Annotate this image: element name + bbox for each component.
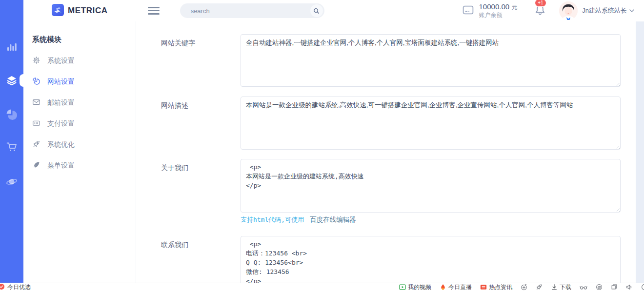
contact-us-textarea[interactable]: <p> 电话：123456 <br> Q Q: 123456<br> 微信: 1… [241,236,621,283]
sidebar-item-mail-settings[interactable]: 邮箱设置 [23,92,136,113]
chevron-down-icon[interactable] [629,9,634,12]
taskbar-window-restore[interactable] [611,284,618,291]
taskbar-download[interactable]: 下载 [551,283,571,291]
taskbar-compat-mode[interactable] [596,284,603,291]
keywords-textarea[interactable]: 全自动建站神器,一键搭建企业官网,个人博客,个人官网,宝塔面板建站系统,一键搭建… [241,34,621,87]
browser-e-icon [596,284,603,291]
taskbar-accelerator[interactable] [521,284,527,291]
rocket-icon [32,140,40,150]
baidu-editor-link[interactable]: 百度在线编辑器 [310,216,356,223]
gear-icon [32,56,40,66]
balance-amount: 10000.00 [479,2,510,11]
taskbar-my-videos[interactable]: 我的视频 [399,283,431,291]
sidebar-item-label: 支付设置 [47,119,75,128]
envelope-icon [32,98,40,108]
taskbar-hot-news[interactable]: 热点资讯 [480,283,512,291]
icon-rail [0,0,23,283]
taskbar-item-label: 下载 [560,283,571,291]
html-hint: 支持html代码,可使用百度在线编辑器 [241,215,621,224]
taskbar-live-today[interactable]: 今日直播 [440,283,472,291]
sidebar-item-label: 系统设置 [47,57,75,65]
download-arrow-icon [551,284,558,291]
field-label: 联系我们 [136,236,241,283]
hamburger-menu-icon[interactable] [148,5,160,17]
brand-name: METRICA [68,6,108,16]
main-content: 网站关键字 全自动建站神器,一键搭建企业官网,个人博客,个人官网,宝塔面板建站系… [136,21,644,283]
website-settings-form: 网站关键字 全自动建站神器,一键搭建企业官网,个人博客,个人官网,宝塔面板建站系… [136,21,644,283]
quill-icon [32,161,40,171]
notification-badge: +1 [535,0,546,7]
browser-taskbar: 今日优选 我的视频 今日直播 热点资讯 [0,283,644,291]
layers-icon[interactable] [6,75,18,86]
bar-chart-icon[interactable] [6,40,18,52]
description-textarea[interactable]: 本网站是一款企业级的建站系统,高效快速,可一键搭建企业官网,企业博客,企业宣传网… [241,97,621,150]
balance-label: 账户余额 [479,12,518,19]
about-us-textarea[interactable]: <p> 本网站是一款企业级的建站系统,高效快速 </p> [241,159,621,213]
flame-icon [440,284,446,291]
field-label: 网站关键字 [136,34,241,87]
pie-chart-icon[interactable] [6,109,18,120]
speaker-icon [626,284,633,291]
taskbar-boost[interactable] [536,284,543,291]
pie-chart-icon [32,77,40,87]
sidebar-item-system-settings[interactable]: 系统设置 [23,50,136,71]
shopping-cart-icon[interactable] [6,141,18,153]
header-right: 10000.00 元 账户余额 +1 Jn建站系统站长 [462,1,644,20]
search-input[interactable] [190,7,310,15]
sidebar-item-menu-settings[interactable]: 菜单设置 [23,155,136,176]
field-label: 关于我们 [136,159,241,224]
planet-icon[interactable] [6,176,18,188]
video-play-icon [399,284,406,291]
account-balance[interactable]: 10000.00 元 账户余额 [462,2,518,19]
taskbar-item-label: 今日优选 [7,283,31,291]
notifications-bell[interactable]: +1 [534,3,546,18]
sidebar-item-payment-settings[interactable]: 支付设置 [23,113,136,134]
wallet-icon [462,2,474,18]
form-row-about: 关于我们 <p> 本网站是一款企业级的建站系统,高效快速 </p> 支持html… [136,159,644,224]
form-row-contact: 联系我们 <p> 电话：123456 <br> Q Q: 123456<br> … [136,236,644,283]
rocket-icon [536,284,543,291]
sidebar-menu: 系统模块 系统设置 网站设置 邮箱设置 支付设置 系统优化 菜单设置 [23,21,136,283]
taskbar-incognito[interactable] [580,285,587,290]
active-item-notch [20,74,23,87]
taskbar-item-label: 我的视频 [408,283,431,291]
sidebar-item-label: 网站设置 [47,78,75,86]
username[interactable]: Jn建站系统站长 [582,6,627,15]
circle-plus-icon [521,284,527,291]
sidebar-item-label: 系统优化 [47,140,75,149]
taskbar-item-label: 热点资讯 [489,283,512,291]
sidebar-item-system-optimize[interactable]: 系统优化 [23,134,136,155]
page-right-gutter [636,21,644,283]
glasses-icon [580,285,587,290]
field-label: 网站描述 [136,97,241,150]
clock-icon [641,284,644,291]
sidebar-title: 系统模块 [32,35,136,44]
hint-text: 支持html代码,可使用 [241,216,304,223]
sidebar-item-label: 邮箱设置 [47,98,75,107]
red-circle-icon [0,283,5,291]
taskbar-item-label: 今日直播 [448,283,472,291]
form-row-keywords: 网站关键字 全自动建站神器,一键搭建企业官网,个人博客,个人官网,宝塔面板建站系… [136,34,644,87]
logo-icon [52,4,64,18]
brand-logo[interactable]: METRICA [52,4,108,18]
search-bar [180,3,324,18]
sidebar-item-website-settings[interactable]: 网站设置 [23,71,136,92]
taskbar-clock[interactable] [641,284,644,291]
taskbar-right: 我的视频 今日直播 热点资讯 下载 [399,283,644,291]
header: METRICA 10000.00 元 账户余额 +1 Jn建站系统站长 [23,0,644,21]
form-row-description: 网站描述 本网站是一款企业级的建站系统,高效快速,可一键搭建企业官网,企业博客,… [136,97,644,150]
sidebar-item-label: 菜单设置 [47,161,75,170]
credit-card-icon [32,119,40,129]
bell-icon [534,9,546,18]
avatar[interactable] [559,1,578,20]
taskbar-today-picks[interactable]: 今日优选 [0,283,31,291]
window-restore-icon [611,284,618,291]
search-icon[interactable] [310,4,323,17]
news-icon [480,284,487,291]
balance-currency: 元 [511,4,517,11]
taskbar-volume[interactable] [626,284,633,291]
